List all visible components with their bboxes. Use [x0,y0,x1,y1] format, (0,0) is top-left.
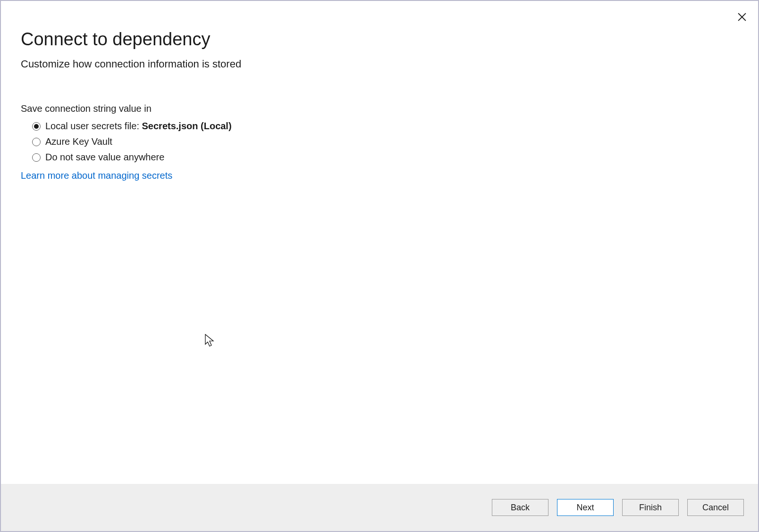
close-button[interactable] [736,11,748,23]
radio-option-local-secrets[interactable]: Local user secrets file: Secrets.json (L… [32,121,738,132]
dialog-content: Connect to dependency Customize how conn… [1,1,758,484]
dialog-window: Connect to dependency Customize how conn… [0,0,759,532]
cancel-button[interactable]: Cancel [687,499,744,516]
back-button[interactable]: Back [492,499,548,516]
radio-label-bold: Secrets.json (Local) [142,121,232,131]
radio-icon [32,138,41,146]
radio-label: Azure Key Vault [45,136,112,147]
close-icon [738,13,746,21]
dialog-subtitle: Customize how connection information is … [21,58,738,70]
dialog-footer: Back Next Finish Cancel [1,484,758,531]
learn-more-link[interactable]: Learn more about managing secrets [21,170,172,181]
radio-option-azure-key-vault[interactable]: Azure Key Vault [32,136,738,147]
radio-label-prefix: Azure Key Vault [45,136,112,147]
dialog-title: Connect to dependency [21,29,738,50]
radio-label-prefix: Do not save value anywhere [45,152,164,162]
radio-label-prefix: Local user secrets file: [45,121,142,131]
finish-button[interactable]: Finish [622,499,679,516]
radio-icon [32,153,41,162]
next-button[interactable]: Next [557,499,614,516]
section-label: Save connection string value in [21,103,738,114]
radio-option-do-not-save[interactable]: Do not save value anywhere [32,152,738,163]
radio-label: Do not save value anywhere [45,152,164,163]
radio-group: Local user secrets file: Secrets.json (L… [32,121,738,163]
radio-icon [32,122,41,131]
radio-label: Local user secrets file: Secrets.json (L… [45,121,232,132]
